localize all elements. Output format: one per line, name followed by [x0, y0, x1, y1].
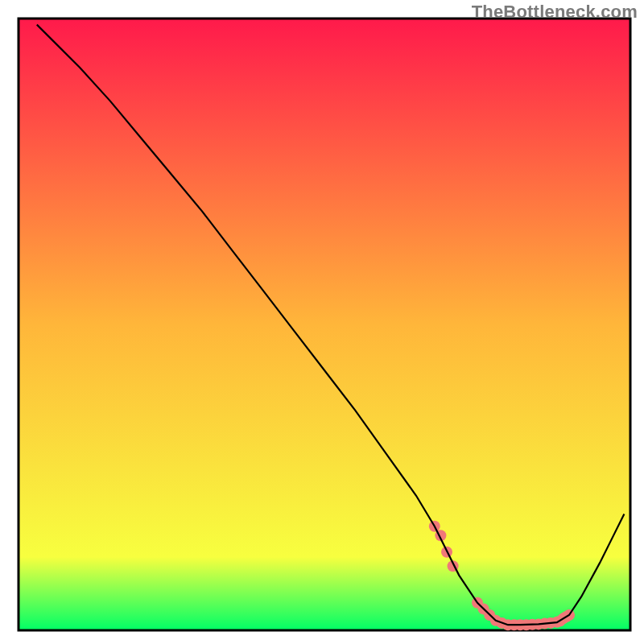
chart-svg — [0, 0, 644, 644]
plot-background — [19, 19, 630, 630]
watermark-text: TheBottleneck.com — [472, 2, 638, 23]
chart-frame: TheBottleneck.com — [0, 0, 644, 644]
